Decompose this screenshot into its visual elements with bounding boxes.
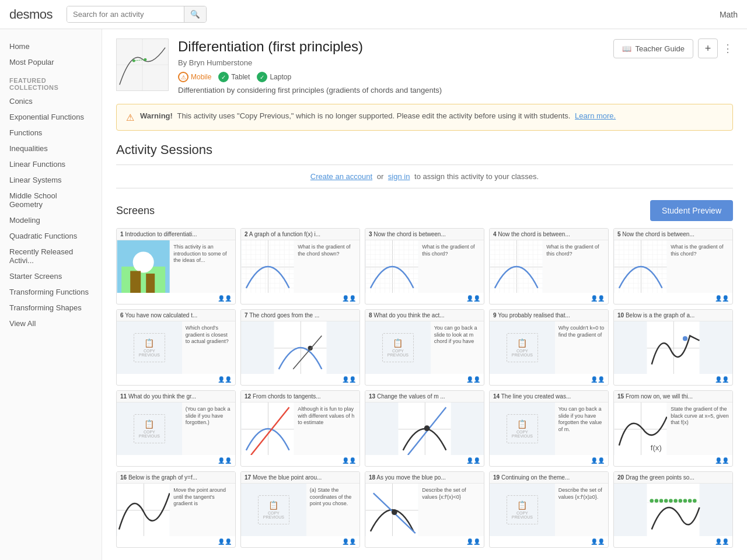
- screen-card-preview: [241, 240, 294, 293]
- screen-card[interactable]: 9 You probably realised that... 📋COPYPRE…: [489, 309, 609, 386]
- sidebar-item-transforming-shapes[interactable]: Transforming Shapes: [0, 300, 102, 316]
- content-area: Differentiation (first principles) By Br…: [102, 29, 747, 560]
- teacher-guide-button[interactable]: 📖 Teacher Guide: [613, 39, 693, 58]
- people-icon: 👤👤: [715, 538, 729, 545]
- screen-card-body: 📋COPYPREVIOUS Which chord's gradient is …: [117, 321, 235, 374]
- screen-card-footer: 👤👤: [241, 536, 359, 547]
- people-icon: 👤👤: [591, 295, 605, 302]
- svg-point-136: [655, 499, 659, 503]
- screen-card-footer: 👤👤: [117, 293, 235, 304]
- screen-card-preview: [365, 240, 418, 293]
- screen-card-footer: 👤👤: [614, 293, 732, 304]
- screen-card-title: 13 Change the values of m ...: [365, 391, 484, 402]
- screen-card-footer: 👤👤: [614, 374, 732, 385]
- screen-card-title: 2 A graph of a function f(x) i...: [241, 229, 359, 240]
- sidebar-item-quadratic[interactable]: Quadratic Functions: [0, 228, 102, 244]
- sessions-bar: Create an account or sign in to assign t…: [116, 164, 733, 188]
- badge-tablet: ✓ Tablet: [218, 72, 250, 82]
- learn-more-link[interactable]: Learn more.: [575, 111, 616, 120]
- sidebar-item-linear-systems[interactable]: Linear Systems: [0, 172, 102, 188]
- screen-card-title: 18 As you move the blue po...: [365, 472, 484, 484]
- screen-card-title: 3 Now the chord is between...: [365, 229, 484, 240]
- sidebar-item-functions[interactable]: Functions: [0, 125, 102, 141]
- people-icon: 👤👤: [715, 376, 729, 383]
- warning-text: Warning! This activity uses "Copy Previo…: [140, 111, 616, 120]
- sidebar-item-exponential[interactable]: Exponential Functions: [0, 109, 102, 125]
- screen-card[interactable]: 8 What do you think the act... 📋COPYPREV…: [365, 309, 484, 386]
- screen-card[interactable]: 2 A graph of a function f(x) i... What i…: [240, 228, 360, 304]
- screen-card[interactable]: 18 As you move the blue po... Describe t…: [365, 471, 484, 548]
- screen-card[interactable]: 7 The chord goes from the ... 👤👤: [240, 309, 360, 386]
- screen-card-preview: [614, 321, 732, 374]
- student-preview-button[interactable]: Student Preview: [650, 200, 733, 221]
- screen-card-desc: Why couldn't k=0 to find the gradient of: [555, 321, 608, 374]
- activity-header: Differentiation (first principles) By Br…: [116, 38, 733, 94]
- laptop-check-icon: ✓: [257, 72, 267, 82]
- search-input[interactable]: [67, 6, 184, 22]
- screen-card[interactable]: 12 From chords to tangents... Although i…: [240, 390, 360, 467]
- screen-card-preview: [614, 240, 667, 293]
- svg-point-142: [683, 499, 687, 503]
- people-icon: 👤👤: [466, 376, 480, 383]
- screen-card[interactable]: 4 Now the chord is between... What is th…: [489, 228, 609, 304]
- screen-card[interactable]: 13 Change the values of m ... 👤👤: [365, 390, 484, 467]
- sidebar-item-transforming-functions[interactable]: Transforming Functions: [0, 284, 102, 300]
- screen-card-desc: What is the gradient of this chord?: [418, 240, 484, 293]
- svg-point-137: [659, 499, 664, 503]
- screen-card-body: What is the gradient of this chord?: [614, 240, 732, 293]
- screen-card-preview: [614, 484, 732, 536]
- sidebar-item-view-all[interactable]: View All: [0, 316, 102, 331]
- screen-card-preview: [241, 402, 294, 455]
- screen-card-title: 6 You have now calculated t...: [117, 310, 235, 321]
- screen-card[interactable]: 6 You have now calculated t... 📋COPYPREV…: [116, 309, 236, 386]
- screen-card-footer: 👤👤: [365, 374, 484, 385]
- screen-card[interactable]: 17 Move the blue point arou... 📋COPYPREV…: [240, 471, 360, 548]
- add-button[interactable]: +: [698, 38, 718, 58]
- search-button[interactable]: 🔍: [184, 6, 206, 22]
- sidebar-item-middle-school[interactable]: Middle School Geometry: [0, 188, 102, 212]
- people-icon: 👤👤: [591, 538, 605, 545]
- sidebar-item-home[interactable]: Home: [0, 38, 102, 54]
- screen-card[interactable]: 15 From now on, we will thi... f(x) Stat…: [613, 390, 733, 467]
- people-icon: 👤👤: [218, 376, 232, 383]
- screen-card[interactable]: 11 What do you think the gr... 📋COPYPREV…: [116, 390, 236, 467]
- sidebar-item-linear-functions[interactable]: Linear Functions: [0, 156, 102, 172]
- screen-card-desc: Which chord's gradient is closest to act…: [182, 321, 235, 374]
- sidebar-item-starter-screens[interactable]: Starter Screens: [0, 268, 102, 284]
- screen-card-footer: 👤👤: [365, 536, 484, 547]
- sidebar: Home Most Popular FEATURED COLLECTIONS C…: [0, 29, 102, 560]
- topbar: desmos 🔍 Math: [0, 0, 747, 29]
- screen-card-body: 📋COPYPREVIOUS Why couldn't k=0 to find t…: [490, 321, 608, 374]
- screen-card[interactable]: 14 The line you created was... 📋COPYPREV…: [489, 390, 609, 467]
- sign-in-link[interactable]: sign in: [388, 172, 410, 181]
- screen-card-preview: 📋COPYPREVIOUS: [117, 321, 182, 374]
- screen-card[interactable]: 5 Now the chord is between... What is th…: [613, 228, 733, 304]
- mobile-icon: ⚠: [178, 72, 189, 82]
- screen-card-body: What is the gradient of the chord shown?: [241, 240, 359, 293]
- screen-card-title: 15 From now on, we will thi...: [614, 391, 732, 402]
- screen-card[interactable]: 19 Continuing on the theme... 📋COPYPREVI…: [489, 471, 609, 548]
- screen-card[interactable]: 1 Introduction to differentiati... This …: [116, 228, 236, 304]
- screen-card-footer: 👤👤: [117, 374, 235, 385]
- screen-card[interactable]: 3 Now the chord is between... What is th…: [365, 228, 484, 304]
- screen-card-footer: 👤👤: [490, 374, 608, 385]
- more-options-button[interactable]: ⋮: [722, 42, 733, 55]
- create-account-link[interactable]: Create an account: [310, 172, 372, 181]
- warning-banner: ⚠ Warning! This activity uses "Copy Prev…: [116, 104, 733, 131]
- sidebar-item-inequalities[interactable]: Inequalities: [0, 141, 102, 156]
- screen-card-title: 8 What do you think the act...: [365, 310, 484, 321]
- sidebar-item-most-popular[interactable]: Most Popular: [0, 54, 102, 70]
- sidebar-item-conics[interactable]: Conics: [0, 93, 102, 109]
- screen-card[interactable]: 10 Below is a the graph of a... 👤👤: [613, 309, 733, 386]
- screen-card[interactable]: 16 Below is the graph of y=f... Move the…: [116, 471, 236, 548]
- sidebar-item-modeling[interactable]: Modeling: [0, 212, 102, 228]
- screen-card-footer: 👤👤: [365, 293, 484, 304]
- screen-card-desc: You can go back a slide to look at m cho…: [431, 321, 484, 374]
- screen-card-title: 9 You probably realised that...: [490, 310, 608, 321]
- screen-card[interactable]: 20 Drag the green points so... 👤👤: [613, 471, 733, 548]
- screen-card-body: This activity is an introduction to some…: [117, 240, 235, 293]
- svg-point-120: [424, 425, 430, 431]
- screen-card-desc: What is the gradient of the chord shown?: [294, 240, 359, 293]
- people-icon: 👤👤: [218, 538, 232, 545]
- sidebar-item-recently-released[interactable]: Recently Released Activi...: [0, 244, 102, 268]
